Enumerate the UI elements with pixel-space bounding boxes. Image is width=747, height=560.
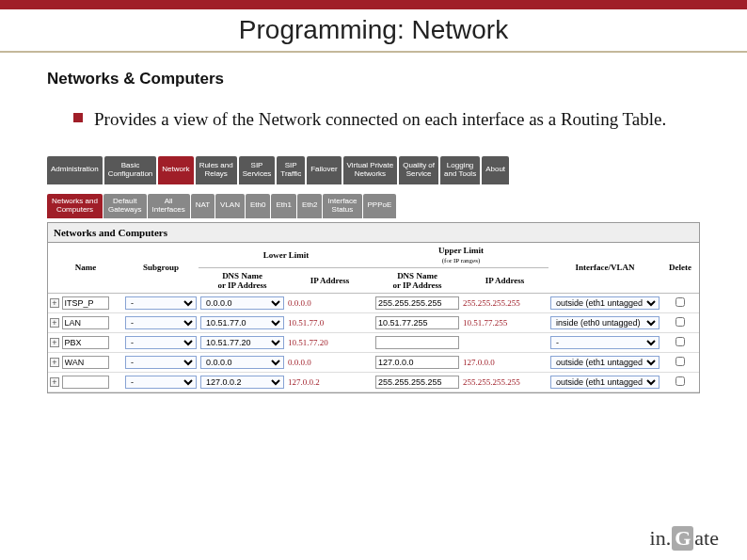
th-name: Name [48,243,123,294]
content-area: Networks & Computers Provides a view of … [0,53,747,156]
page-title: Programming: Network [0,15,747,45]
ip-upper-value: 255.255.255.255 [463,377,520,387]
main-tab-2[interactable]: Network [158,156,193,184]
sub-tab-6[interactable]: Eth1 [271,194,295,218]
dns-lower-select[interactable]: 0.0.0.0 [200,296,284,310]
table-row: + - 127.0.0.2 127.0.0.2 255.255.255.255 … [48,372,699,392]
table-row: + - 10.51.77.20 10.51.77.20 - [48,332,699,352]
bullet-square-icon [73,113,83,122]
dns-lower-select[interactable]: 10.51.77.0 [200,316,284,329]
bullet-item: Provides a view of the Network connected… [73,107,700,132]
main-tab-8[interactable]: Quality of Service [399,156,438,184]
table-row: + - 10.51.77.0 10.51.77.0 10.51.77.255 i… [48,312,699,332]
dns-upper-input[interactable] [375,336,459,349]
subgroup-select[interactable]: - [125,336,197,349]
logo-pre: in. [650,526,672,550]
delete-checkbox[interactable] [675,376,685,386]
th-delete: Delete [661,243,699,294]
th-upper-label: Upper Limit [438,246,484,255]
section-subtitle: Networks & Computers [47,70,700,88]
interface-select[interactable]: inside (eth0 untagged) [550,316,660,329]
subgroup-select[interactable]: - [125,376,197,389]
dns-lower-select[interactable]: 10.51.77.20 [200,336,284,349]
ip-upper-value: 127.0.0.0 [463,358,495,367]
ip-upper-value: 10.51.77.255 [463,318,507,328]
panel-title: Networks and Computers [48,223,699,243]
dns-upper-input[interactable] [375,316,459,329]
name-input[interactable] [62,316,109,329]
dns-lower-select[interactable]: 127.0.0.2 [200,376,284,389]
sub-tab-9[interactable]: PPPoE [363,194,397,218]
ip-lower-value: 10.51.77.0 [288,318,324,328]
delete-checkbox[interactable] [675,317,685,327]
main-tabs: AdministrationBasic ConfigurationNetwork… [47,156,700,184]
subgroup-select[interactable]: - [125,316,197,329]
logo-post: ate [694,526,719,550]
dns-upper-input[interactable] [375,376,459,389]
main-tab-5[interactable]: SIP Traffic [277,156,305,184]
sub-tab-0[interactable]: Networks and Computers [47,194,103,218]
interface-select[interactable]: outside (eth1 untagged) [550,376,660,389]
sub-tab-4[interactable]: VLAN [215,194,245,218]
main-tab-10[interactable]: About [482,156,509,184]
title-section: Programming: Network [0,9,747,53]
subgroup-select[interactable]: - [125,356,197,369]
table-row: + - 0.0.0.0 0.0.0.0 127.0.0.0 outside (e… [48,352,699,372]
main-tab-1[interactable]: Basic Configuration [104,156,157,184]
bullet-text: Provides a view of the Network connected… [94,107,666,132]
sub-tab-5[interactable]: Eth0 [246,194,270,218]
th-dns-upper: DNS Name or IP Address [374,267,461,293]
main-tab-6[interactable]: Failover [307,156,341,184]
table-row: + - 0.0.0.0 0.0.0.0 255.255.255.255 outs… [48,293,699,312]
ip-upper-value: 255.255.255.255 [463,298,520,308]
name-input[interactable] [62,376,109,389]
th-dns-lower: DNS Name or IP Address [199,267,286,293]
expand-icon[interactable]: + [50,358,59,367]
interface-select[interactable]: outside (eth1 untagged) [550,296,660,310]
table-body: + - 0.0.0.0 0.0.0.0 255.255.255.255 outs… [48,293,699,392]
name-input[interactable] [62,336,109,349]
ip-lower-value: 127.0.0.2 [288,377,320,387]
sub-tab-7[interactable]: Eth2 [297,194,322,218]
main-tab-9[interactable]: Logging and Tools [440,156,480,184]
th-upper-note: (for IP ranges) [442,257,481,264]
interface-select[interactable]: - [550,336,660,349]
expand-icon[interactable]: + [50,298,59,308]
networks-panel: Networks and Computers Name Subgroup Low… [47,222,700,393]
delete-checkbox[interactable] [675,297,685,307]
networks-table: Name Subgroup Lower Limit Upper Limit (f… [48,243,699,392]
sub-tab-3[interactable]: NAT [191,194,215,218]
th-lower: Lower Limit [199,243,374,268]
logo: in.Gate [650,526,719,551]
main-tab-4[interactable]: SIP Services [239,156,276,184]
delete-checkbox[interactable] [675,357,685,366]
ip-lower-value: 0.0.0.0 [288,298,311,308]
expand-icon[interactable]: + [50,377,59,387]
name-input[interactable] [62,356,109,369]
sub-tab-1[interactable]: Default Gateways [103,194,147,218]
ip-lower-value: 10.51.77.20 [288,338,328,347]
th-upper: Upper Limit (for IP ranges) [374,243,548,268]
th-ip-lower: IP Address [286,267,374,293]
sub-tab-2[interactable]: All Interfaces [148,194,190,218]
expand-icon[interactable]: + [50,338,59,347]
delete-checkbox[interactable] [675,337,685,346]
th-subgroup: Subgroup [123,243,199,294]
dns-upper-input[interactable] [375,296,459,310]
interface-select[interactable]: outside (eth1 untagged) [550,356,660,369]
main-tab-7[interactable]: Virtual Private Networks [343,156,398,184]
sub-tab-8[interactable]: Interface Status [323,194,361,218]
logo-g: G [672,526,693,551]
main-tab-0[interactable]: Administration [47,156,103,184]
ip-lower-value: 0.0.0.0 [288,358,311,367]
sub-tabs: Networks and ComputersDefault GatewaysAl… [47,194,700,218]
th-ip-upper: IP Address [461,267,548,293]
name-input[interactable] [62,296,109,310]
th-interface: Interface/VLAN [548,243,661,294]
subgroup-select[interactable]: - [125,296,197,310]
dns-upper-input[interactable] [375,356,459,369]
expand-icon[interactable]: + [50,318,59,328]
main-tab-3[interactable]: Rules and Relays [196,156,237,184]
top-accent-bar [0,0,747,9]
dns-lower-select[interactable]: 0.0.0.0 [200,356,284,369]
